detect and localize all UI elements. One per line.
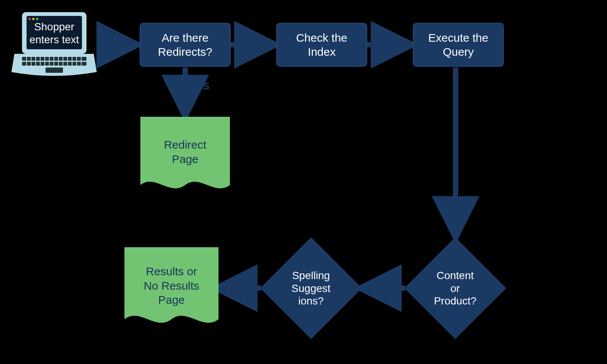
start-label: Shopperenters text	[27, 20, 82, 46]
node-results-page-label: Results orNo ResultsPage	[124, 247, 219, 307]
svg-point-4	[36, 18, 38, 20]
node-check-index-label: Check theIndex	[296, 31, 347, 59]
flowchart: Shopperenters text Are thereRedirects? C…	[0, 0, 607, 364]
svg-point-3	[32, 18, 35, 20]
node-redirects-question-label: Are thereRedirects?	[158, 31, 212, 59]
node-check-index: Check theIndex	[276, 23, 367, 67]
node-execute-query-label: Execute theQuery	[428, 31, 488, 59]
edge-label-yes: YES	[190, 80, 209, 92]
node-redirect-page-label: RedirectPage	[140, 117, 230, 166]
node-redirects-question: Are thereRedirects?	[140, 23, 231, 67]
node-redirect-page: RedirectPage	[140, 117, 230, 202]
node-results-page: Results orNo ResultsPage	[124, 247, 219, 336]
edge-label-no: NO	[234, 52, 249, 64]
node-spelling-suggestions-label: SpellingSuggestions?	[275, 269, 347, 308]
node-execute-query: Execute theQuery	[413, 23, 504, 67]
start-laptop: Shopperenters text	[11, 12, 97, 77]
svg-point-2	[28, 18, 31, 20]
svg-rect-7	[46, 67, 63, 73]
node-content-or-product-label: ContentorProduct?	[419, 269, 491, 308]
